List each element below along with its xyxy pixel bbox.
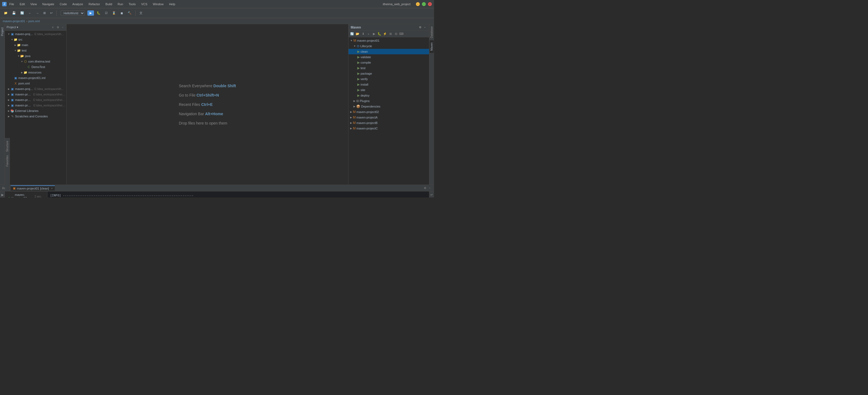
maven-item-plugins[interactable]: ▶ ⊞ Plugins <box>348 98 429 104</box>
run-again-icon[interactable]: ▶ <box>1 193 4 197</box>
structure-tab[interactable]: Structure <box>5 139 9 153</box>
maven-terminal-icon[interactable]: ⌨ <box>399 32 404 36</box>
menu-refactor[interactable]: Refactor <box>87 2 101 6</box>
maven-item-validate[interactable]: ▶ validate <box>348 54 429 60</box>
menu-file[interactable]: File <box>8 2 16 6</box>
debug-button[interactable]: 🐛 <box>95 10 102 16</box>
no-arrow <box>24 65 27 68</box>
open-file-button[interactable]: 📁 <box>2 10 9 16</box>
maven-item-verify[interactable]: ▶ verify <box>348 76 429 82</box>
maven-item-install[interactable]: ▶ install <box>348 82 429 87</box>
maven-collapse-icon[interactable]: ⊟ <box>394 32 398 36</box>
tree-item-demotest[interactable]: C DemoTest <box>5 64 66 70</box>
run-hide-icon[interactable]: − <box>428 186 432 190</box>
maven-side-tab[interactable]: Maven <box>430 40 434 53</box>
maven-item-label: validate <box>361 55 371 59</box>
run-sidebar-item[interactable]: ✔ ▣ maven-project01 [clea 2 sec, 714 ms <box>6 193 46 198</box>
hide-panel-icon[interactable]: − <box>61 26 65 29</box>
tree-item-external-libraries[interactable]: ▶ 📚 External Libraries <box>5 108 66 114</box>
menu-view[interactable]: View <box>29 2 38 6</box>
tree-item-scratches[interactable]: ▶ ✎ Scratches and Consoles <box>5 114 66 119</box>
maven-run-icon[interactable]: ▶ <box>372 32 376 36</box>
project-tab[interactable]: Project <box>0 25 4 38</box>
tree-item-maven-projectB[interactable]: ▶ ▣ maven-projectB E:\idea_workspace\ith… <box>5 97 66 103</box>
maven-item-projectC[interactable]: ▶ M maven-projectC <box>348 125 429 131</box>
minimize-button[interactable]: − <box>416 2 420 6</box>
tree-item-src[interactable]: ▼ 📁 src <box>5 37 66 42</box>
menu-help[interactable]: Help <box>168 2 177 6</box>
maven-refresh-icon[interactable]: 🔄 <box>350 32 354 36</box>
run-tab-close[interactable]: × <box>51 187 53 190</box>
tree-item-test[interactable]: ▼ 📁 test <box>5 48 66 53</box>
maven-item-lifecycle[interactable]: ▼ ⊙ Lifecycle <box>348 43 429 49</box>
settings-icon[interactable]: ⚙ <box>56 26 60 29</box>
scratch-icon: ✎ <box>10 114 14 118</box>
build-button[interactable]: 🔨 <box>126 10 133 16</box>
maven-hide-icon[interactable]: − <box>423 26 427 29</box>
tree-item-main[interactable]: ▶ 📁 main <box>5 42 66 48</box>
tree-item-iml[interactable]: ▣ maven-project01.iml <box>5 75 66 81</box>
maven-item-projectB[interactable]: ▶ M maven-projectB <box>348 120 429 125</box>
menu-vcs[interactable]: VCS <box>140 2 149 6</box>
soft-wrap-icon[interactable]: ↵ <box>430 193 433 197</box>
maven-settings-icon[interactable]: ⚙ <box>418 26 422 29</box>
maven-source-icon[interactable]: 📂 <box>355 32 360 36</box>
maven-skip-tests-icon[interactable]: ⚡ <box>382 32 388 36</box>
menu-bar[interactable]: File Edit View Navigate Code Analyze Ref… <box>8 2 383 6</box>
database-tab[interactable]: Database <box>430 24 434 40</box>
tree-item-package[interactable]: ▼ ⬡ com.itheima.test <box>5 59 66 64</box>
breadcrumb-project[interactable]: maven-project01 <box>3 20 25 23</box>
coverage-button[interactable]: ☑ <box>103 10 109 16</box>
maven-item-deploy[interactable]: ▶ deploy <box>348 93 429 98</box>
sync-button[interactable]: 🔄 <box>19 10 26 16</box>
menu-code[interactable]: Code <box>59 2 68 6</box>
undo-button[interactable]: ↩ <box>49 10 54 16</box>
translate-button[interactable]: 文 <box>138 10 144 16</box>
maximize-button[interactable]: □ <box>422 2 426 6</box>
tree-item-maven-project02[interactable]: ▶ ▣ maven-project02 E:\idea_workspace\it… <box>5 86 66 92</box>
maven-item-test[interactable]: ▶ test <box>348 65 429 71</box>
maven-expand-icon[interactable]: ⊞ <box>388 32 393 36</box>
tree-item-maven-projectC[interactable]: ▶ ▣ maven-projectC E:\idea_workspace\ith… <box>5 103 66 108</box>
breadcrumb-file[interactable]: pom.xml <box>29 20 40 23</box>
tree-item-maven-projectA[interactable]: ▶ ▣ maven-projectA E:\idea_workspace\ith… <box>5 92 66 97</box>
close-button[interactable]: × <box>428 2 432 6</box>
stop-button[interactable]: ⏹ <box>119 11 125 16</box>
maven-item-compile[interactable]: ▶ compile <box>348 60 429 65</box>
maven-add-icon[interactable]: + <box>366 32 371 36</box>
profile-button[interactable]: ⌛ <box>111 10 118 16</box>
recent-locations-button[interactable]: ⊞ <box>42 10 48 16</box>
maven-item-clean[interactable]: ▶ clean <box>348 49 429 54</box>
menu-analyze[interactable]: Analyze <box>71 2 84 6</box>
run-settings-icon[interactable]: ⚙ <box>423 186 427 190</box>
menu-tools[interactable]: Tools <box>127 2 137 6</box>
tree-item-pom[interactable]: X pom.xml <box>5 81 66 86</box>
tree-item-java[interactable]: ▼ 📂 java <box>5 53 66 59</box>
title-bar: J File Edit View Navigate Code Analyze R… <box>0 0 434 8</box>
tree-label: maven-projectA <box>15 93 32 96</box>
menu-window[interactable]: Window <box>152 2 165 6</box>
maven-item-package[interactable]: ▶ package <box>348 71 429 76</box>
tree-item-maven-project01[interactable]: ▼ ▣ maven-project01 E:\idea_workspace\it… <box>5 31 66 37</box>
menu-navigate[interactable]: Navigate <box>41 2 55 6</box>
tree-item-resources[interactable]: ▶ 📁 resources <box>5 70 66 75</box>
maven-item-project01[interactable]: ▼ M maven-project01 <box>348 38 429 43</box>
maven-item-site[interactable]: ▶ site <box>348 87 429 93</box>
menu-build[interactable]: Build <box>104 2 113 6</box>
run-config-dropdown[interactable]: HelloWorld <box>61 10 85 16</box>
maven-download-icon[interactable]: ⬇ <box>361 32 366 36</box>
back-button[interactable]: ← <box>27 11 33 16</box>
maven-item-project02[interactable]: ▶ M maven-project02 <box>348 109 429 115</box>
favorites-tab[interactable]: Favorites <box>5 153 9 168</box>
maven-item-projectA[interactable]: ▶ M maven-projectA <box>348 115 429 120</box>
menu-run[interactable]: Run <box>117 2 124 6</box>
menu-edit[interactable]: Edit <box>19 2 26 6</box>
maven-run-debug-icon[interactable]: 🐛 <box>377 32 382 36</box>
maven-item-dependencies[interactable]: ▶ 📦 Dependencies <box>348 104 429 109</box>
forward-button[interactable]: → <box>34 11 40 16</box>
run-button[interactable]: ▶ <box>87 10 94 16</box>
save-button[interactable]: 💾 <box>10 10 18 16</box>
iml-icon: ▣ <box>14 76 18 80</box>
collapse-all-icon[interactable]: ≡ <box>51 26 55 29</box>
run-active-tab[interactable]: ▣ maven-project01 [clean] × <box>11 186 55 191</box>
